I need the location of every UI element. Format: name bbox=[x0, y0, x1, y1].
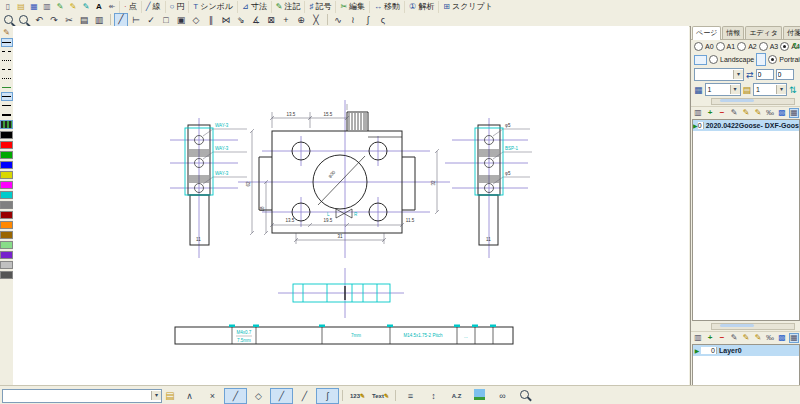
color-swatch-brown[interactable] bbox=[0, 231, 13, 239]
parallel-tool-icon[interactable]: ∥ bbox=[204, 14, 218, 26]
color-swatch-silver[interactable] bbox=[0, 261, 13, 269]
edit-group-pencil-icon[interactable]: ✎ bbox=[753, 333, 763, 343]
scale-combo[interactable]: ▾ bbox=[694, 68, 744, 81]
pen-style-cyan-icon[interactable]: ✎ bbox=[80, 1, 92, 12]
snap-intersection-icon[interactable]: × bbox=[201, 388, 224, 404]
color-swatch-gray[interactable] bbox=[0, 201, 13, 209]
center-point-tool-icon[interactable]: ⊕ bbox=[294, 14, 308, 26]
cross-tool-icon[interactable]: + bbox=[279, 14, 293, 26]
zoom-region-icon[interactable] bbox=[19, 15, 28, 24]
move-vertical-icon[interactable]: ↕ bbox=[422, 388, 445, 404]
page-scrollbar[interactable] bbox=[711, 98, 795, 105]
line-width-medium[interactable] bbox=[1, 101, 13, 110]
color-swatch-green[interactable] bbox=[0, 151, 13, 159]
remove-page-icon[interactable]: − bbox=[717, 108, 727, 118]
rectangle-center-tool-icon[interactable]: ▣ bbox=[174, 14, 188, 26]
line-style-dashdotdot[interactable] bbox=[1, 74, 13, 83]
edit-all-pencil-icon[interactable]: ✎ bbox=[741, 333, 751, 343]
grid-view-icon[interactable]: ▦ bbox=[789, 108, 799, 118]
curve-s-tool-icon[interactable]: ʃ bbox=[361, 14, 375, 26]
color-swatch-black[interactable] bbox=[0, 131, 13, 139]
menu-line[interactable]: ╱線 bbox=[141, 1, 165, 13]
color-swatch-yellow[interactable] bbox=[0, 171, 13, 179]
print-icon[interactable]: ▥ bbox=[41, 1, 53, 12]
polygon-tool-icon[interactable]: ◇ bbox=[189, 14, 203, 26]
page-list[interactable]: ▶ 0 2020.0422Goose- DXF-Goos bbox=[692, 119, 800, 321]
tab-page[interactable]: ページ bbox=[692, 26, 721, 40]
box-diagonal-tool-icon[interactable]: ⊠ bbox=[264, 14, 278, 26]
grid-view-icon[interactable]: ▦ bbox=[789, 333, 799, 343]
angle-tool-icon[interactable]: ∡ bbox=[249, 14, 263, 26]
radio-a0[interactable] bbox=[694, 42, 703, 51]
segment-tool-icon[interactable]: ⊢ bbox=[129, 14, 143, 26]
radio-landscape[interactable] bbox=[709, 55, 718, 64]
line-width-thick[interactable] bbox=[1, 110, 13, 119]
align-icon[interactable]: ≡ bbox=[399, 388, 422, 404]
add-layer-icon[interactable]: + bbox=[705, 333, 715, 343]
new-file-icon[interactable]: ▯ bbox=[2, 1, 14, 12]
select-mode-icon[interactable]: ▥ bbox=[693, 333, 703, 343]
scale-icon[interactable]: ‰ bbox=[765, 108, 775, 118]
jump-back-icon[interactable]: ↞ bbox=[106, 1, 118, 12]
pen-style-green-icon[interactable]: ✎ bbox=[54, 1, 66, 12]
menu-point[interactable]: ·点 bbox=[119, 1, 141, 13]
pen-style-yellow-icon[interactable]: ✎ bbox=[67, 1, 79, 12]
drawing-canvas[interactable]: WAY-3 WAY-3 WAY-3 11 φ5 BSP-1 φ5 11 bbox=[13, 26, 689, 385]
remove-layer-icon[interactable]: − bbox=[717, 333, 727, 343]
edit-pencil-icon[interactable]: ✎ bbox=[729, 333, 739, 343]
color-swatch-darkgray[interactable] bbox=[0, 271, 13, 279]
radio-a1[interactable] bbox=[716, 42, 725, 51]
redo-icon[interactable]: ↷ bbox=[47, 14, 61, 26]
snap-on-line-icon[interactable]: ╱ bbox=[224, 388, 247, 404]
snap-perpendicular-icon[interactable]: ╱ bbox=[270, 388, 293, 404]
sort-icon[interactable]: ⇅ bbox=[789, 85, 797, 95]
origin-y-input[interactable] bbox=[776, 69, 794, 80]
edit-text-button[interactable]: Text✎ bbox=[369, 388, 392, 404]
menu-analysis[interactable]: ①解析 bbox=[404, 1, 438, 13]
layer-number-combo[interactable]: 1▾ bbox=[753, 83, 787, 96]
text-style-icon[interactable]: A bbox=[93, 1, 105, 12]
color-swatch-red[interactable] bbox=[0, 141, 13, 149]
zoom-button[interactable] bbox=[514, 388, 537, 404]
save-file-icon[interactable]: ▦ bbox=[28, 1, 40, 12]
edit-pencil-icon[interactable]: ✎ bbox=[729, 108, 739, 118]
curve-c-tool-icon[interactable]: ς bbox=[376, 14, 390, 26]
trim-tool-icon[interactable]: ╳ bbox=[309, 14, 323, 26]
snap-tangent-icon[interactable]: ʃ bbox=[316, 388, 339, 404]
image-button[interactable] bbox=[468, 388, 491, 404]
layer-list-row[interactable]: ▶ 0 Layer0 bbox=[693, 345, 799, 356]
color-swatch-purple[interactable] bbox=[0, 251, 13, 259]
page-list-row[interactable]: ▶ 0 2020.0422Goose- DXF-Goos bbox=[693, 120, 799, 131]
grid-icon[interactable]: ▦ bbox=[694, 85, 703, 95]
line-style-dashdot[interactable] bbox=[1, 65, 13, 74]
radio-a2[interactable] bbox=[737, 42, 746, 51]
line-style-dotted[interactable] bbox=[1, 56, 13, 65]
copy-icon[interactable]: ▤ bbox=[77, 14, 91, 26]
hatch-swatch[interactable] bbox=[0, 120, 13, 129]
scrollbar-thumb[interactable] bbox=[720, 324, 754, 327]
wave-tool-icon[interactable]: ≀ bbox=[346, 14, 360, 26]
command-combo[interactable]: ▾ bbox=[2, 389, 162, 403]
menu-move[interactable]: ↔移動 bbox=[369, 1, 404, 13]
page-number-combo[interactable]: 1▾ bbox=[705, 83, 741, 96]
menu-circle[interactable]: ○円 bbox=[165, 1, 189, 13]
color-swatch-orange[interactable] bbox=[0, 221, 13, 229]
snap-nearest-icon[interactable]: ╱ bbox=[293, 388, 316, 404]
tab-editor[interactable]: エディタ bbox=[745, 26, 782, 39]
color-swatch-lightgreen[interactable] bbox=[0, 241, 13, 249]
edit-group-pencil-icon[interactable]: ✎ bbox=[753, 108, 763, 118]
menu-dimension[interactable]: ⊿寸法 bbox=[237, 1, 271, 13]
select-mode-icon[interactable]: ▥ bbox=[693, 108, 703, 118]
refresh-page-icon[interactable]: ↻ bbox=[792, 41, 800, 51]
color-swatch-magenta[interactable] bbox=[0, 181, 13, 189]
mirror-tool-icon[interactable]: ⋈ bbox=[219, 14, 233, 26]
layer-scrollbar[interactable] bbox=[711, 323, 795, 330]
paste-icon[interactable]: ▥ bbox=[92, 14, 106, 26]
swap-icon[interactable]: ⇄ bbox=[746, 70, 754, 80]
color-swatch-cyan[interactable] bbox=[0, 191, 13, 199]
tab-note[interactable]: 付箋 bbox=[783, 26, 800, 39]
menu-script[interactable]: ⊞スクリプト bbox=[438, 1, 497, 13]
color-swatch-blue[interactable] bbox=[0, 161, 13, 169]
edit-all-pencil-icon[interactable]: ✎ bbox=[741, 108, 751, 118]
link-button[interactable]: ∞ bbox=[491, 388, 514, 404]
